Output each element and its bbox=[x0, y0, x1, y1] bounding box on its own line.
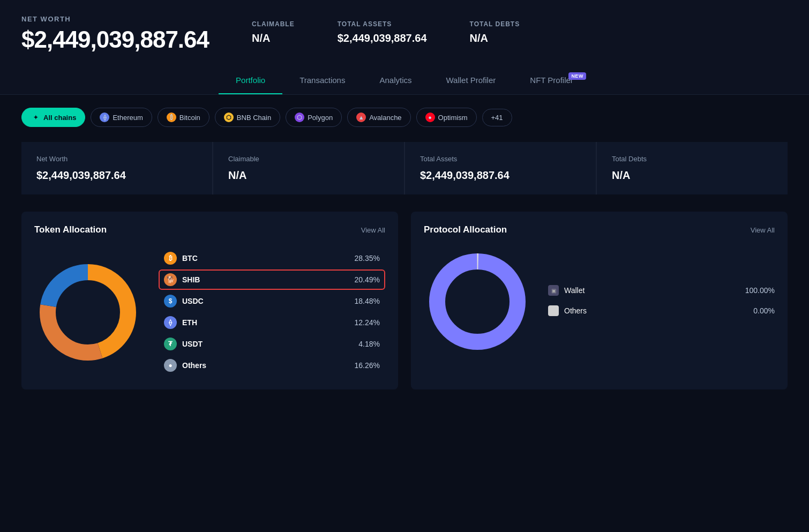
token-donut-container: ₿ BTC 28.35% 🐕 SHIB 20.49% $ USDC 18.48% bbox=[34, 248, 385, 377]
token-row-eth: ⟠ ETH 12.24% bbox=[159, 312, 385, 333]
more-chains-label: +41 bbox=[491, 114, 503, 122]
stats-card-net-worth: Net Worth $2,449,039,887.64 bbox=[21, 142, 212, 194]
stats-total-debts-value: N/A bbox=[612, 169, 773, 182]
token-list: ₿ BTC 28.35% 🐕 SHIB 20.49% $ USDC 18.48% bbox=[159, 248, 385, 377]
chain-filter-avalanche[interactable]: ▲ Avalanche bbox=[347, 108, 410, 127]
token-allocation-card: Token Allocation View All bbox=[21, 212, 398, 389]
avalanche-label: Avalanche bbox=[369, 114, 401, 122]
btc-pct: 28.35% bbox=[355, 254, 380, 263]
chain-filter-ethereum[interactable]: ⟠ Ethereum bbox=[91, 108, 152, 127]
avalanche-icon: ▲ bbox=[356, 113, 366, 122]
polygon-icon: ⬡ bbox=[295, 113, 304, 122]
bnb-label: BNB Chain bbox=[237, 114, 271, 122]
token-row-others: ● Others 16.26% bbox=[159, 355, 385, 376]
chain-filter-bitcoin[interactable]: ₿ Bitcoin bbox=[158, 108, 209, 127]
total-debts-value: N/A bbox=[470, 32, 520, 44]
others-token-icon: ● bbox=[164, 359, 177, 372]
stats-card-total-debts: Total Debts N/A bbox=[597, 142, 788, 194]
protocol-donut-container: ▣ Wallet 100.00% Others 0.00% bbox=[424, 248, 775, 355]
shib-name: SHIB bbox=[182, 275, 349, 284]
token-donut-chart bbox=[34, 259, 141, 366]
eth-name: ETH bbox=[182, 318, 349, 327]
protocol-allocation-card: Protocol Allocation View All ▣ Wallet 10… bbox=[411, 212, 788, 389]
stats-claimable-label: Claimable bbox=[228, 155, 389, 163]
token-row-btc: ₿ BTC 28.35% bbox=[159, 248, 385, 268]
token-row-usdc: $ USDC 18.48% bbox=[159, 291, 385, 311]
header-claimable: CLAIMABLE N/A bbox=[252, 20, 295, 44]
wallet-protocol-pct: 100.00% bbox=[745, 286, 775, 295]
tab-transactions[interactable]: Transactions bbox=[282, 66, 362, 94]
header-total-assets: TOTAL ASSETS $2,449,039,887.64 bbox=[338, 20, 427, 44]
token-allocation-view-all[interactable]: View All bbox=[361, 226, 385, 234]
tab-nft-profiler[interactable]: NFT Profiler NEW bbox=[513, 66, 590, 94]
total-debts-label: TOTAL DEBTS bbox=[470, 20, 520, 28]
token-allocation-header: Token Allocation View All bbox=[34, 224, 385, 235]
total-assets-label: TOTAL ASSETS bbox=[338, 20, 427, 28]
main-content: ✦ All chains ⟠ Ethereum ₿ Bitcoin ⬡ BNB … bbox=[0, 95, 809, 402]
protocol-allocation-header: Protocol Allocation View All bbox=[424, 224, 775, 235]
tab-portfolio[interactable]: Portfolio bbox=[219, 66, 282, 94]
header-stats: CLAIMABLE N/A TOTAL ASSETS $2,449,039,88… bbox=[252, 15, 520, 44]
usdc-pct: 18.48% bbox=[355, 297, 380, 305]
protocol-list: ▣ Wallet 100.00% Others 0.00% bbox=[548, 281, 775, 322]
others-protocol-name: Others bbox=[564, 306, 748, 315]
usdc-name: USDC bbox=[182, 297, 349, 305]
svg-point-8 bbox=[437, 261, 518, 342]
usdt-pct: 4.18% bbox=[358, 340, 380, 348]
protocol-row-wallet: ▣ Wallet 100.00% bbox=[548, 281, 775, 299]
others-token-pct: 16.26% bbox=[355, 361, 380, 370]
tab-wallet-profiler[interactable]: Wallet Profiler bbox=[429, 66, 513, 94]
stats-total-debts-label: Total Debts bbox=[612, 155, 773, 163]
all-chains-label: All chains bbox=[43, 114, 76, 122]
chain-filter-more[interactable]: +41 bbox=[482, 109, 512, 126]
chain-filter-optimism[interactable]: ● Optimism bbox=[416, 108, 477, 127]
shib-icon: 🐕 bbox=[164, 273, 177, 286]
stats-net-worth-value: $2,449,039,887.64 bbox=[36, 169, 197, 182]
protocol-donut-chart bbox=[424, 248, 531, 355]
tab-analytics[interactable]: Analytics bbox=[362, 66, 429, 94]
protocol-allocation-view-all[interactable]: View All bbox=[751, 226, 775, 234]
eth-icon: ⟠ bbox=[164, 316, 177, 329]
others-token-name: Others bbox=[182, 361, 349, 370]
header: NET WORTH $2,449,039,887.64 CLAIMABLE N/… bbox=[0, 0, 809, 66]
protocol-allocation-title: Protocol Allocation bbox=[424, 224, 507, 235]
bitcoin-label: Bitcoin bbox=[179, 114, 200, 122]
header-total-debts: TOTAL DEBTS N/A bbox=[470, 20, 520, 44]
net-worth-section: NET WORTH $2,449,039,887.64 bbox=[21, 15, 209, 53]
optimism-label: Optimism bbox=[438, 114, 468, 122]
token-row-usdt: ₮ USDT 4.18% bbox=[159, 334, 385, 354]
chain-filter-polygon[interactable]: ⬡ Polygon bbox=[286, 108, 342, 127]
usdc-icon: $ bbox=[164, 295, 177, 308]
stats-claimable-value: N/A bbox=[228, 169, 389, 182]
shib-pct: 20.49% bbox=[355, 275, 380, 284]
optimism-icon: ● bbox=[425, 113, 435, 122]
token-row-shib: 🐕 SHIB 20.49% bbox=[159, 269, 385, 290]
all-chains-icon: ✦ bbox=[31, 113, 40, 122]
new-badge: NEW bbox=[568, 72, 586, 80]
stats-card-claimable: Claimable N/A bbox=[213, 142, 404, 194]
claimable-label: CLAIMABLE bbox=[252, 20, 295, 28]
wallet-protocol-name: Wallet bbox=[564, 286, 740, 295]
others-protocol-icon bbox=[548, 305, 559, 316]
stats-cards: Net Worth $2,449,039,887.64 Claimable N/… bbox=[21, 142, 788, 194]
wallet-protocol-icon: ▣ bbox=[548, 285, 559, 296]
ethereum-label: Ethereum bbox=[113, 114, 143, 122]
chain-filter-all[interactable]: ✦ All chains bbox=[21, 108, 85, 127]
claimable-value: N/A bbox=[252, 32, 295, 44]
chain-filters: ✦ All chains ⟠ Ethereum ₿ Bitcoin ⬡ BNB … bbox=[21, 108, 788, 127]
protocol-row-others: Others 0.00% bbox=[548, 302, 775, 320]
nav-section: Portfolio Transactions Analytics Wallet … bbox=[0, 66, 809, 95]
allocation-row: Token Allocation View All bbox=[21, 212, 788, 389]
stats-total-assets-label: Total Assets bbox=[420, 155, 581, 163]
stats-net-worth-label: Net Worth bbox=[36, 155, 197, 163]
others-protocol-pct: 0.00% bbox=[753, 306, 775, 315]
stats-card-total-assets: Total Assets $2,449,039,887.64 bbox=[405, 142, 596, 194]
bnb-icon: ⬡ bbox=[224, 113, 234, 122]
token-allocation-title: Token Allocation bbox=[34, 224, 107, 235]
bitcoin-icon: ₿ bbox=[167, 113, 176, 122]
stats-total-assets-value: $2,449,039,887.64 bbox=[420, 169, 581, 182]
chain-filter-bnb[interactable]: ⬡ BNB Chain bbox=[215, 108, 280, 127]
btc-icon: ₿ bbox=[164, 252, 177, 265]
total-assets-value: $2,449,039,887.64 bbox=[338, 32, 427, 44]
usdt-name: USDT bbox=[182, 340, 353, 348]
